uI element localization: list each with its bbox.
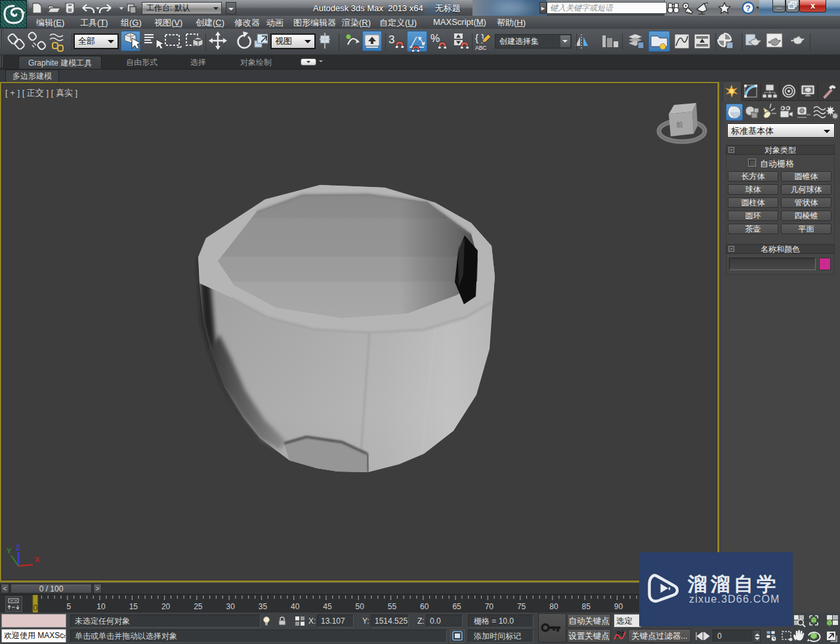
- svg-text:%: %: [430, 33, 440, 44]
- svg-text:?: ?: [746, 4, 750, 13]
- svg-text:3: 3: [388, 33, 394, 46]
- svg-text:Y: Y: [7, 547, 12, 555]
- svg-text:ABC: ABC: [475, 45, 486, 51]
- svg-text:前: 前: [676, 121, 684, 129]
- svg-text:X: X: [35, 555, 40, 563]
- svg-text:Z: Z: [16, 544, 20, 552]
